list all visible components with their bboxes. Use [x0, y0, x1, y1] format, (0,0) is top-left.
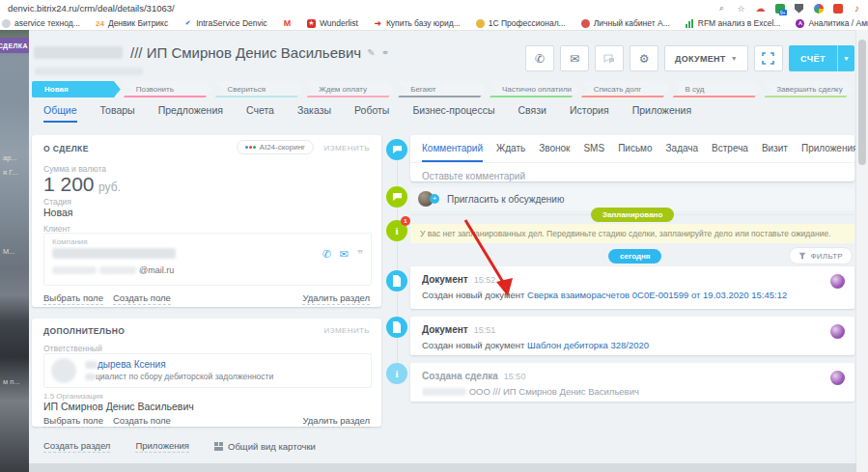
music-note-extension-icon[interactable]: ♪ — [852, 3, 862, 14]
url-text[interactable]: denvic.bitrix24.ru/crm/deal/details/3106… — [0, 3, 716, 14]
tab-task[interactable]: Задача — [666, 143, 699, 162]
tab-history[interactable]: История — [570, 104, 609, 123]
tab-invoices[interactable]: Счета — [246, 104, 274, 123]
tab-links[interactable]: Связи — [518, 104, 546, 123]
edit-link[interactable]: ИЗМЕНИТЬ — [324, 144, 370, 153]
chat-bubble-icon[interactable]: ❞ — [357, 248, 363, 261]
tab-general[interactable]: Общие — [43, 104, 77, 123]
responsible-box[interactable]: дырева Ксения циалист по сбору дебиторск… — [43, 353, 372, 388]
call-button[interactable]: ✆ — [525, 45, 554, 71]
tab-wait[interactable]: Ждать — [496, 143, 525, 162]
responsible-name[interactable]: дырева Ксения — [85, 359, 166, 370]
pipeline-stage[interactable]: В суд — [672, 81, 761, 97]
timeline-entry[interactable]: Создана сделка 15:50 ООО /// ИП Смирнов … — [410, 363, 854, 402]
page-title: /// ИП Смирнов Денис Васильевич — [130, 44, 361, 61]
invoice-button[interactable]: СЧЁТ ▼ — [789, 45, 854, 71]
apps-link[interactable]: Приложения — [135, 440, 189, 453]
pipeline-stage[interactable]: Ждем оплату — [306, 81, 395, 97]
chat-icon — [603, 54, 615, 64]
today-badge: сегодня — [608, 249, 661, 264]
activity-tabs: Комментарий Ждать Звонок SMS Письмо Зада… — [410, 135, 854, 163]
avatar: + — [418, 191, 434, 207]
tab-comment[interactable]: Комментарий — [422, 143, 483, 162]
pipeline-stage[interactable]: Бегают — [398, 81, 487, 97]
bookmark-item[interactable]: aservice технод... — [2, 18, 80, 28]
invoice-dropdown-caret[interactable]: ▼ — [837, 45, 854, 71]
choose-field-link[interactable]: Выбрать поле — [43, 292, 103, 305]
pipeline-stage[interactable]: Частично оплатили — [490, 81, 578, 97]
document-icon — [392, 275, 402, 287]
tab-orders[interactable]: Заказы — [297, 104, 331, 123]
plus-icon[interactable]: + — [430, 194, 439, 204]
bookmark-item[interactable]: 1С Профессионал... — [476, 18, 566, 28]
tree-extension-icon[interactable]: 9+ — [774, 3, 785, 14]
create-field-link[interactable]: Создать поле — [113, 292, 171, 305]
phone-icon[interactable]: ✆ — [322, 248, 331, 261]
copy-link-icon[interactable]: ⚭ — [381, 47, 389, 58]
card-view-link[interactable]: Общий вид карточки — [214, 441, 316, 452]
shield-extension-icon[interactable] — [794, 3, 804, 14]
organization-label: 1.5 Организация — [43, 392, 103, 401]
filter-button[interactable]: ФИЛЬТР — [789, 247, 853, 264]
create-field-link[interactable]: Создать поле — [113, 415, 171, 428]
delete-section-link[interactable]: Удалить раздел — [302, 292, 370, 305]
blurred-company-name — [52, 248, 176, 259]
settings-button[interactable]: ⚙ — [630, 45, 658, 71]
redbox-extension-icon[interactable] — [832, 3, 843, 14]
magnifier-icon[interactable]: ⌕ — [716, 3, 727, 14]
tab-call[interactable]: Звонок — [539, 143, 570, 162]
document-link[interactable]: Шаблон дебиторка 328/2020 — [527, 340, 649, 350]
info-rail-icon: i — [386, 363, 407, 384]
edit-link[interactable]: ИЗМЕНИТЬ — [324, 326, 370, 335]
choose-field-link[interactable]: Выбрать поле — [43, 415, 103, 428]
tab-sms[interactable]: SMS — [583, 143, 604, 162]
tab-visit[interactable]: Визит — [762, 143, 788, 162]
chat-button[interactable] — [595, 45, 624, 71]
bookmark-item[interactable]: RFM анализ в Excel... — [686, 18, 781, 28]
funnel-icon — [798, 252, 806, 260]
tab-bizproc[interactable]: Бизнес-процессы — [412, 104, 494, 123]
ai-scoring-badge[interactable]: AI24-скоринг — [237, 140, 314, 154]
timeline-entry[interactable]: Документ 15:51 Создан новый документ Шаб… — [410, 317, 854, 355]
document-dropdown-button[interactable]: ДОКУМЕНТ▼ — [664, 45, 748, 71]
bookmark-item[interactable]: ✔IntraService Denvic — [183, 18, 267, 28]
tab-apps[interactable]: Приложения — [801, 143, 858, 162]
pipeline-stage[interactable]: Позвонить — [124, 81, 212, 97]
pipeline-stage[interactable]: Новая — [32, 81, 121, 97]
pipeline-stage[interactable]: Списать долг — [581, 81, 670, 97]
bookmark-item[interactable]: 24Денвик Битрикс — [96, 18, 168, 28]
scrollbar[interactable] — [855, 30, 868, 472]
bookmark-item[interactable]: AАналитика / Ампл... — [796, 18, 868, 28]
blurred-subtitle — [35, 68, 143, 75]
envelope-icon[interactable]: ✉ — [340, 248, 349, 261]
tab-apps[interactable]: Приложения — [632, 104, 691, 123]
tab-quotes[interactable]: Предложения — [158, 104, 223, 123]
comment-input[interactable]: Оставьте комментарий — [410, 163, 854, 189]
document-link[interactable]: Сверка взаиморасчетов 0С0Е-001599 от 19.… — [527, 290, 787, 300]
avatar — [830, 324, 845, 339]
pipeline-stage[interactable]: Завершить сделку — [764, 81, 853, 97]
timeline-entry[interactable]: Документ 15:52 Создан новый документ Све… — [410, 266, 854, 309]
bookmark-item[interactable]: ★Wunderlist — [307, 18, 358, 28]
star-icon[interactable]: ☆ — [736, 3, 746, 14]
email-button[interactable]: ✉ — [560, 45, 589, 71]
delete-section-link[interactable]: Удалить раздел — [302, 415, 370, 428]
pipeline-stage[interactable]: Свериться — [215, 81, 304, 97]
scrollbar-thumb[interactable] — [858, 40, 866, 165]
cloud-extension-icon[interactable]: ☁ — [755, 3, 766, 14]
bookmark-item[interactable]: Личный кабинет А... — [581, 18, 670, 28]
tab-email[interactable]: Письмо — [618, 143, 652, 162]
bookmark-item[interactable]: ➜Купить базу юрид... — [374, 18, 461, 28]
edit-pencil-icon[interactable]: ✎ — [367, 47, 375, 58]
chrome-extension-icon[interactable] — [813, 3, 824, 14]
client-company-box[interactable]: Компания ✆ ✉ ❞ @mail.ru — [43, 233, 372, 286]
tab-robots[interactable]: Роботы — [354, 104, 389, 123]
create-section-link[interactable]: Создать раздел — [43, 440, 110, 453]
bookmark-item[interactable]: M — [283, 19, 292, 28]
tab-meeting[interactable]: Встреча — [712, 143, 748, 162]
blurred-company-name — [422, 388, 466, 396]
pin-expand-button[interactable] — [754, 45, 783, 71]
sidebar-ghost-item: я Г... — [3, 168, 28, 177]
tab-products[interactable]: Товары — [100, 104, 135, 123]
background-photo-strip: СДЕЛКА ар... я Г... М... м п... — [0, 30, 29, 472]
